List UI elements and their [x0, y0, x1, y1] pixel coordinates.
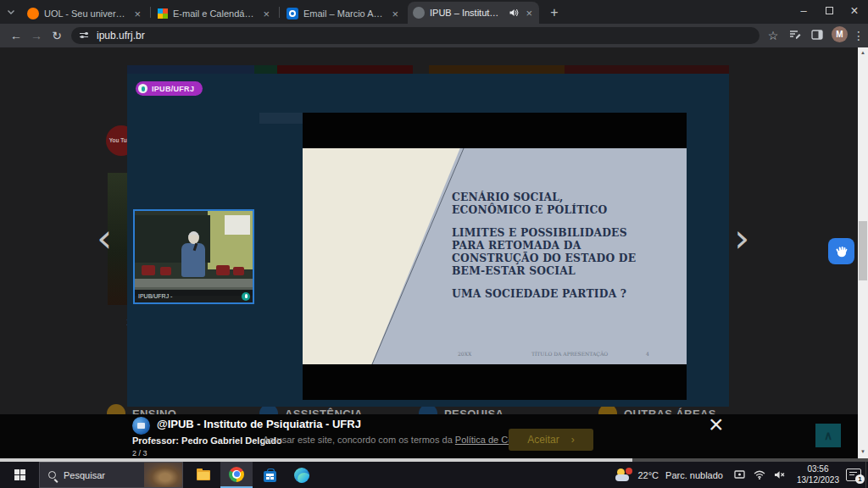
slide-paragraph: CENÁRIO SOCIAL, ECONÔMICO E POLÍTICO: [452, 191, 642, 216]
tab-title: UOL - Seu universo online: [44, 8, 127, 19]
notification-center-icon[interactable]: 1: [846, 469, 861, 481]
edge-taskbar-button[interactable]: [287, 462, 317, 488]
presentation-video-frame[interactable]: CENÁRIO SOCIAL, ECONÔMICO E POLÍTICO LIM…: [303, 113, 687, 400]
close-window-button[interactable]: ×: [842, 0, 867, 22]
tab-ipub-active[interactable]: IPUB – Instituto de Psiquiat ×: [408, 2, 539, 24]
system-tray: 22°C Parc. nublado 03:56 13/12/2023 1: [615, 462, 866, 488]
desktop-screen: UOL - Seu universo online × E-mail e Cal…: [0, 0, 868, 488]
side-panel-icon[interactable]: [808, 27, 826, 44]
windows-taskbar: Pesquisar 22°C Parc. nublado: [0, 462, 868, 488]
restore-window-button[interactable]: [816, 0, 842, 22]
vertical-scrollbar[interactable]: ▲ ▼: [858, 47, 868, 458]
tab-title: IPUB – Instituto de Psiquiat: [430, 8, 504, 18]
forward-button[interactable]: →: [27, 27, 46, 44]
clock-date: 13/12/2023: [797, 475, 839, 486]
browser-menu-icon[interactable]: ⋮: [849, 27, 868, 44]
file-explorer-taskbar-button[interactable]: [188, 462, 219, 488]
tab-close-icon[interactable]: ×: [132, 8, 142, 20]
microsoft-store-taskbar-button[interactable]: [254, 462, 285, 488]
projector-screen: [225, 215, 250, 235]
microsoft-store-icon: [264, 471, 276, 482]
accessibility-widget-button[interactable]: [828, 238, 854, 264]
lightbox-close-button[interactable]: ×: [709, 412, 724, 437]
thumbnail-label: IPUB/UFRJ -: [138, 293, 242, 299]
profile-avatar[interactable]: M: [832, 26, 848, 42]
weather-condition[interactable]: Parc. nublado: [665, 470, 723, 480]
tray-monitor-icon[interactable]: [734, 470, 745, 480]
thumbnail-overlay-bar: IPUB/UFRJ -: [135, 290, 253, 302]
tab-search-caret-icon[interactable]: [5, 6, 17, 18]
ipub-caption-logo: [132, 417, 150, 435]
tab-title: Email – Marcio Amaral – Outlo: [303, 8, 385, 19]
tab-separator: [150, 7, 151, 18]
search-placeholder-text: Pesquisar: [64, 470, 144, 480]
volume-muted-icon[interactable]: [774, 470, 786, 480]
browser-toolbar: ← → ↻ ipub.ufrj.br ☆ M ⋮: [0, 24, 868, 47]
vertical-scrollbar-thumb[interactable]: [859, 221, 867, 280]
lightbox-caption-title: @IPUB - Instituto de Psiquiatria - UFRJ: [157, 418, 361, 430]
chrome-taskbar-button[interactable]: [220, 462, 253, 488]
edge-icon: [294, 468, 309, 483]
tab-close-icon[interactable]: ×: [261, 8, 271, 20]
red-chair: [233, 267, 244, 275]
tab-close-icon[interactable]: ×: [390, 8, 400, 20]
slide-footer-title: TÍTULO DA APRESENTAÇÃO: [531, 351, 608, 357]
outlook-favicon-icon: [287, 8, 298, 19]
file-explorer-icon: [197, 470, 210, 480]
red-chair: [160, 267, 171, 275]
red-chair: [142, 265, 155, 275]
restore-icon: [826, 7, 833, 14]
scrollbar-up-icon[interactable]: ▲: [858, 50, 868, 55]
url-text[interactable]: ipub.ufrj.br: [97, 30, 145, 42]
tab-outlook[interactable]: Email – Marcio Amaral – Outlo ×: [281, 3, 405, 24]
tab-uol[interactable]: UOL - Seu universo online ×: [22, 3, 147, 24]
live-mic-icon: [242, 292, 250, 301]
lightbox-slide-counter: 2 / 3: [132, 449, 147, 458]
reload-button[interactable]: ↻: [47, 27, 66, 44]
new-tab-button[interactable]: +: [544, 3, 565, 22]
weather-alert-badge: [626, 468, 632, 474]
weather-temperature[interactable]: 22°C: [637, 470, 659, 480]
scroll-to-top-button[interactable]: ∧: [815, 424, 841, 447]
accept-arrow-icon: ›: [571, 434, 575, 446]
bookmark-star-icon[interactable]: ☆: [764, 27, 782, 44]
bottom-bar: @IPUB - Instituto de Psiquiatria - UFRJ …: [0, 414, 868, 458]
minimize-window-button[interactable]: –: [791, 0, 816, 22]
tab-separator: [279, 7, 280, 18]
address-bar[interactable]: ipub.ufrj.br: [71, 27, 760, 44]
microsoft-favicon-icon: [158, 8, 168, 19]
carousel-prev-button[interactable]: ‹: [97, 219, 112, 258]
start-button[interactable]: [0, 462, 39, 488]
clock-time: 03:56: [797, 464, 839, 475]
site-settings-icon[interactable]: [80, 32, 88, 39]
tab-audio-icon[interactable]: [509, 8, 519, 18]
slide-paragraph: LIMITES E POSSIBILIDADES PARA RETOMADA D…: [452, 226, 642, 277]
slide-footer-page: 4: [646, 351, 649, 357]
hand-icon: [834, 244, 849, 258]
cookie-accept-button[interactable]: Aceitar ›: [509, 429, 593, 451]
carousel-next-button[interactable]: ›: [734, 219, 749, 258]
tab-close-icon[interactable]: ×: [524, 7, 534, 19]
taskbar-clock[interactable]: 03:56 13/12/2023: [797, 464, 839, 485]
cloud-icon: [615, 474, 629, 481]
ipub-live-badge: IPUB/UFRJ: [136, 81, 203, 96]
taskbar-search-box[interactable]: Pesquisar: [39, 462, 183, 488]
presentation-slide: CENÁRIO SOCIAL, ECONÔMICO E POLÍTICO LIM…: [303, 148, 687, 364]
reading-list-icon[interactable]: [786, 27, 804, 44]
search-icon: [48, 471, 56, 479]
notification-count-badge: 1: [855, 474, 865, 484]
slide-footer-year: 20XX: [458, 351, 471, 357]
weather-icon[interactable]: [615, 469, 632, 481]
player-ui-strip: [259, 113, 303, 124]
slide-text-block: CENÁRIO SOCIAL, ECONÔMICO E POLÍTICO LIM…: [452, 191, 642, 310]
search-highlight-image[interactable]: [144, 463, 182, 487]
speaker-video-thumbnail[interactable]: IPUB/UFRJ -: [133, 209, 254, 304]
slide-paragraph: UMA SOCIEDADE PARTIDA ?: [452, 287, 642, 300]
scrollbar-down-icon[interactable]: ▼: [858, 449, 868, 454]
back-button[interactable]: ←: [7, 27, 25, 44]
tab-title: E-mail e Calendário Pessoal do: [173, 8, 256, 19]
red-chair: [216, 265, 230, 275]
windows-logo-icon: [14, 469, 25, 480]
tab-webmail[interactable]: E-mail e Calendário Pessoal do ×: [153, 3, 276, 24]
wifi-icon[interactable]: [754, 470, 765, 480]
